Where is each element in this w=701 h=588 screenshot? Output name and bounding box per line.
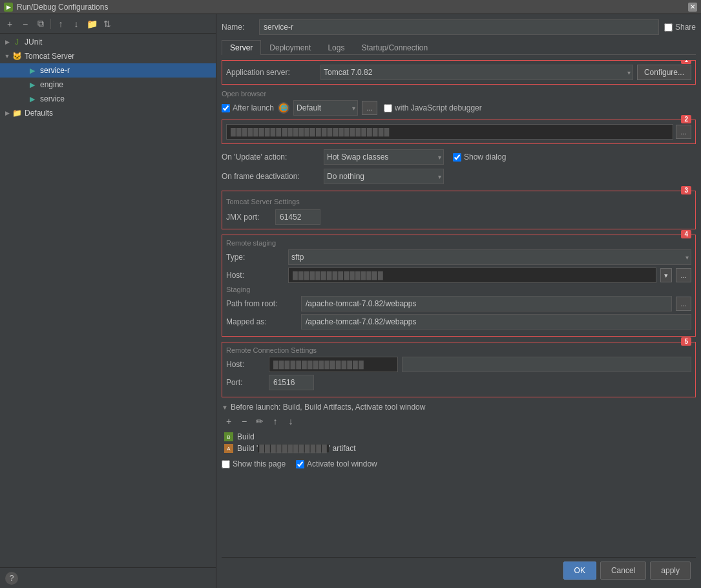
tree-item-service[interactable]: ▶ service (0, 92, 216, 106)
tab-logs[interactable]: Logs (319, 40, 353, 55)
js-debugger-checkbox[interactable] (384, 104, 392, 112)
tab-startup[interactable]: Startup/Connection (353, 40, 436, 55)
name-label: Name: (222, 23, 254, 32)
on-frame-select[interactable]: Do nothing Update classes and resources … (324, 169, 444, 184)
show-this-page-label[interactable]: Show this page (222, 459, 286, 468)
show-dialog-text: Show dialog (464, 152, 506, 162)
remote-host-masked: ████████████████ (273, 361, 364, 368)
host-masked: ████████████████ (293, 271, 384, 279)
right-panel: Name: Share Server Deployment Logs Start… (216, 14, 701, 588)
engine-icon: ▶ (27, 79, 37, 90)
host-combo-button[interactable]: ▾ (660, 268, 672, 282)
tree-item-service-r[interactable]: ▶ service-r (0, 63, 216, 78)
staging-sublabel: Staging (226, 286, 691, 293)
path-from-root-input[interactable] (301, 296, 672, 311)
host-label: Host: (226, 271, 284, 280)
tab-deployment[interactable]: Deployment (261, 40, 319, 55)
url-ellipsis-button[interactable]: ... (676, 125, 691, 139)
cancel-button[interactable]: Cancel (600, 562, 646, 580)
build-label: Build (237, 432, 255, 441)
host-ellipsis-button[interactable]: ... (676, 268, 691, 282)
help-button[interactable]: ? (5, 572, 18, 585)
tab-server[interactable]: Server (222, 40, 261, 55)
open-browser-label: Open browser (222, 90, 696, 98)
launch-down-button[interactable]: ↓ (284, 414, 298, 428)
add-config-button[interactable]: + (3, 17, 17, 31)
name-input[interactable] (259, 19, 659, 35)
activate-tool-window-text: Activate tool window (307, 459, 377, 468)
before-launch-header: ▼ Before launch: Build, Build Artifacts,… (222, 403, 696, 412)
on-update-select[interactable]: Hot Swap classes Update classes and reso… (324, 149, 444, 165)
tree-item-tomcat[interactable]: ▼ 🐱 Tomcat Server (0, 49, 216, 63)
box-num-2: 2 (681, 115, 691, 123)
build-artifact-label: Build '████████████' artifact (237, 444, 355, 453)
after-launch-label[interactable]: After launch (222, 103, 274, 112)
ok-button[interactable]: OK (563, 562, 596, 580)
share-row: Share (664, 23, 696, 32)
left-panel-bottom: ? (0, 567, 216, 588)
browser-row: After launch 🌐 Default ... with JavaScri… (222, 100, 696, 116)
browser-select[interactable]: Default (293, 100, 358, 116)
show-dialog-label[interactable]: Show dialog (453, 152, 506, 162)
box-num-1: 1 (681, 60, 691, 64)
move-down-button[interactable]: ↓ (69, 17, 83, 31)
on-update-select-wrapper: Hot Swap classes Update classes and reso… (324, 149, 444, 165)
server-tab-content: 1 Application server: Tomcat 7.0.82 Conf… (222, 60, 696, 557)
remote-host-row: Host: ████████████████ (226, 357, 691, 372)
folder-button[interactable]: 📁 (85, 17, 99, 31)
move-up-button[interactable]: ↑ (54, 17, 68, 31)
show-dialog-checkbox[interactable] (453, 153, 461, 162)
url-input-wrapper: ████████████████████████████ ... (226, 124, 691, 140)
mapped-as-input[interactable] (301, 314, 691, 330)
jmx-port-row: JMX port: (226, 209, 691, 225)
path-ellipsis-button[interactable]: ... (676, 297, 691, 311)
remote-port-input[interactable] (269, 375, 314, 390)
copy-config-button[interactable]: ⧉ (34, 17, 48, 31)
type-select[interactable]: sftp ftp local (288, 249, 691, 265)
tree-item-engine[interactable]: ▶ engine (0, 78, 216, 92)
remote-conn-box: 5 Remote Connection Settings Host: █████… (222, 342, 696, 397)
after-launch-text: After launch (233, 103, 274, 112)
jmx-port-input[interactable] (275, 209, 320, 225)
dialog-footer: OK Cancel apply (222, 557, 696, 583)
tree-item-defaults[interactable]: ▶ 📁 Defaults (0, 106, 216, 120)
js-debugger-label[interactable]: with JavaScript debugger (384, 103, 482, 112)
activate-tool-window-checkbox[interactable] (296, 460, 304, 468)
defaults-icon: 📁 (12, 108, 22, 118)
remote-staging-box: 4 Remote staging Type: sftp ftp local Ho… (222, 235, 696, 337)
tomcat-settings-title: Tomcat Server Settings (226, 198, 691, 205)
js-debugger-text: with JavaScript debugger (395, 103, 482, 112)
artifact-icon: A (224, 444, 233, 453)
browser-select-wrapper: Default (293, 100, 358, 116)
launch-up-button[interactable]: ↑ (268, 414, 282, 428)
launch-remove-button[interactable]: − (237, 414, 251, 428)
remote-host-extra-input[interactable] (402, 357, 691, 372)
after-launch-checkbox[interactable] (222, 104, 230, 112)
tomcat-arrow: ▼ (3, 52, 12, 61)
tomcat-settings-box: 3 Tomcat Server Settings JMX port: (222, 191, 696, 229)
activate-tool-window-label[interactable]: Activate tool window (296, 459, 377, 468)
on-update-row: On 'Update' action: Hot Swap classes Upd… (222, 149, 696, 165)
toolbar-separator-1 (50, 19, 51, 29)
show-this-page-checkbox[interactable] (222, 460, 230, 468)
configure-button[interactable]: Configure... (637, 65, 691, 80)
close-button[interactable]: ✕ (688, 3, 697, 12)
service-label: service (40, 94, 65, 103)
sort-button[interactable]: ⇅ (100, 17, 114, 31)
on-frame-label: On frame deactivation: (222, 172, 319, 181)
remove-config-button[interactable]: − (18, 17, 32, 31)
apply-button[interactable]: apply (650, 562, 691, 580)
before-launch-toggle[interactable]: ▼ (222, 404, 228, 411)
config-tabs: Server Deployment Logs Startup/Connectio… (222, 40, 696, 55)
junit-icon: J (12, 37, 22, 47)
app-server-select[interactable]: Tomcat 7.0.82 (320, 65, 633, 80)
launch-add-button[interactable]: + (222, 414, 236, 428)
launch-edit-button[interactable]: ✏ (253, 414, 267, 428)
service-r-label: service-r (40, 66, 70, 75)
on-frame-row: On frame deactivation: Do nothing Update… (222, 169, 696, 184)
on-frame-select-wrapper: Do nothing Update classes and resources … (324, 169, 444, 184)
share-checkbox[interactable] (664, 23, 673, 32)
tree-item-junit[interactable]: ▶ J JUnit (0, 35, 216, 49)
service-icon: ▶ (27, 94, 37, 104)
browser-ellipsis-button[interactable]: ... (362, 101, 377, 115)
